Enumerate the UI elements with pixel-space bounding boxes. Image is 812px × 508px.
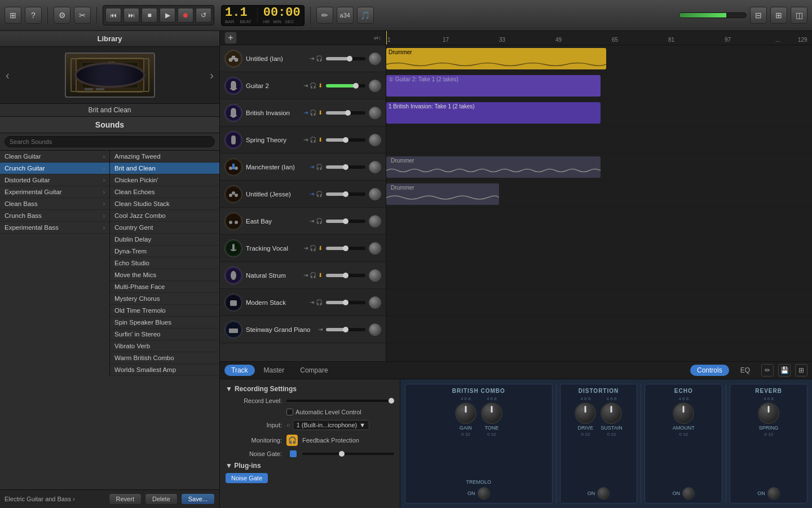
spring-knob[interactable] bbox=[758, 402, 779, 424]
noise-gate-check[interactable] bbox=[290, 450, 297, 457]
sounds-item-spin-speaker[interactable]: Spin Speaker Blues bbox=[110, 317, 219, 329]
clip-british-invasion[interactable]: 1 British Invasion: Take 1 (2 takes) bbox=[386, 102, 601, 124]
amount-knob[interactable] bbox=[673, 402, 694, 424]
pencil-btn[interactable]: ✏ bbox=[316, 7, 333, 24]
track-fader-10[interactable] bbox=[326, 328, 365, 331]
record-btn[interactable]: ⏺ bbox=[178, 8, 193, 23]
cycle-btn[interactable]: ↺ bbox=[196, 8, 211, 23]
sounds-item-experimental-guitar[interactable]: Experimental Guitar› bbox=[0, 186, 109, 198]
sounds-item-chicken-pickin[interactable]: Chicken Pickin' bbox=[110, 174, 219, 186]
track-vol-knob-5[interactable] bbox=[369, 188, 381, 200]
echo-toggle[interactable] bbox=[682, 487, 695, 500]
track-vol-knob-10[interactable] bbox=[369, 323, 381, 336]
noise-gate-slider[interactable] bbox=[302, 453, 394, 455]
track-fader-4[interactable] bbox=[326, 165, 365, 169]
mixer-btn[interactable]: ⊞ bbox=[770, 7, 787, 24]
sustain-knob[interactable] bbox=[601, 402, 622, 424]
revert-button[interactable]: Revert bbox=[109, 493, 142, 505]
sounds-item-clean-studio-stack[interactable]: Clean Studio Stack bbox=[110, 198, 219, 210]
clip-drummer[interactable]: Drummer bbox=[386, 48, 606, 69]
noise-gate-plugin[interactable]: Noise Gate bbox=[226, 473, 268, 483]
tuning-btn[interactable]: a34 bbox=[337, 7, 354, 24]
sounds-item-cool-jazz-combo[interactable]: Cool Jazz Combo bbox=[110, 210, 219, 222]
track-vol-knob-8[interactable] bbox=[369, 269, 381, 282]
sounds-item-old-time[interactable]: Old Time Tremolo bbox=[110, 305, 219, 317]
play-btn[interactable]: ▶ bbox=[160, 8, 175, 23]
track-fader-9[interactable] bbox=[326, 301, 365, 304]
track-vol-knob-4[interactable] bbox=[369, 161, 381, 173]
scissors-btn[interactable]: ✂ bbox=[74, 7, 91, 24]
track-vol-knob-6[interactable] bbox=[369, 215, 381, 227]
sounds-item-warm-british[interactable]: Warm British Combo bbox=[110, 352, 219, 364]
input-select[interactable]: 1 (Built-in...icrophone) ▼ bbox=[293, 420, 370, 430]
distortion-toggle[interactable] bbox=[597, 487, 610, 500]
gain-knob[interactable] bbox=[455, 402, 476, 424]
clip-drummer-4[interactable]: Drummer bbox=[386, 156, 601, 178]
sounds-item-surfin[interactable]: Surfin' in Stereo bbox=[110, 329, 219, 340]
sounds-item-move-mics[interactable]: Move the Mics bbox=[110, 269, 219, 281]
sounds-item-clean-echoes[interactable]: Clean Echoes bbox=[110, 186, 219, 198]
sounds-item-echo-studio[interactable]: Echo Studio bbox=[110, 257, 219, 269]
recording-settings-title[interactable]: ▼ Recording Settings bbox=[226, 385, 394, 393]
sounds-item-worlds-smallest[interactable]: Worlds Smallest Amp bbox=[110, 364, 219, 376]
volume-bar[interactable] bbox=[679, 12, 747, 18]
tab-compare[interactable]: Compare bbox=[293, 365, 334, 376]
clip-drummer-5[interactable]: Drummer bbox=[386, 183, 499, 205]
monitoring-icon[interactable]: 🎧 bbox=[286, 435, 298, 446]
loop-browser-btn[interactable]: ◫ bbox=[791, 7, 807, 24]
save-button[interactable]: Save... bbox=[181, 493, 215, 505]
sounds-item-experimental-bass[interactable]: Experimental Bass› bbox=[0, 222, 109, 234]
add-track-btn[interactable]: + bbox=[224, 32, 237, 44]
sounds-item-vibrato[interactable]: Vibrato Verb bbox=[110, 340, 219, 352]
track-vol-knob-9[interactable] bbox=[369, 296, 381, 309]
delete-button[interactable]: Delete bbox=[145, 493, 178, 505]
tab-track[interactable]: Track bbox=[224, 365, 255, 376]
reverb-toggle[interactable] bbox=[767, 487, 780, 500]
track-vol-knob-1[interactable] bbox=[369, 80, 381, 92]
sounds-item-country-gent[interactable]: Country Gent bbox=[110, 222, 219, 234]
help-btn[interactable]: ? bbox=[25, 7, 42, 24]
track-fader-7[interactable] bbox=[326, 247, 365, 250]
stop-btn[interactable]: ■ bbox=[142, 8, 157, 23]
library-category-label[interactable]: Electric Guitar and Bass › bbox=[5, 496, 75, 502]
sounds-item-crunch-bass[interactable]: Crunch Bass› bbox=[0, 210, 109, 222]
track-vol-knob-3[interactable] bbox=[369, 134, 381, 146]
sounds-item-multi-phase[interactable]: Multi-Phase Face bbox=[110, 281, 219, 293]
track-fader-1[interactable] bbox=[326, 84, 365, 87]
sounds-item-mystery-chorus[interactable]: Mystery Chorus bbox=[110, 293, 219, 305]
sounds-item-dyna-trem[interactable]: Dyna-Trem bbox=[110, 246, 219, 257]
record-level-slider[interactable] bbox=[286, 400, 394, 402]
prev-amp-btn[interactable]: ‹ bbox=[6, 69, 10, 82]
tab-controls[interactable]: Controls bbox=[690, 365, 729, 376]
tab-master[interactable]: Master bbox=[257, 365, 292, 376]
track-fader-5[interactable] bbox=[326, 192, 365, 196]
auto-level-checkbox[interactable]: Automatic Level Control bbox=[286, 409, 361, 415]
pencil-icon[interactable]: ✏ bbox=[761, 364, 774, 376]
settings-btn[interactable]: ⊞ bbox=[5, 7, 21, 24]
metronome-btn[interactable]: 🎵 bbox=[357, 7, 374, 24]
drive-knob[interactable] bbox=[575, 402, 596, 424]
tab-eq[interactable]: EQ bbox=[734, 365, 757, 376]
sounds-item-amazing-tweed[interactable]: Amazing Tweed bbox=[110, 151, 219, 163]
track-vol-knob-7[interactable] bbox=[369, 242, 381, 255]
smart-controls-btn[interactable]: ⚙ bbox=[54, 7, 70, 24]
track-fader-3[interactable] bbox=[326, 138, 365, 142]
compare-icon[interactable]: ⊞ bbox=[795, 364, 807, 376]
sounds-item-crunch-guitar[interactable]: Crunch Guitar› bbox=[0, 163, 109, 174]
sounds-item-dublin-delay[interactable]: Dublin Delay bbox=[110, 234, 219, 246]
sounds-item-clean-bass[interactable]: Clean Bass› bbox=[0, 198, 109, 210]
british-toggle[interactable] bbox=[478, 487, 490, 500]
track-fader-6[interactable] bbox=[326, 220, 365, 223]
rewind-btn[interactable]: ⏮ bbox=[105, 8, 121, 23]
track-fader-2[interactable] bbox=[326, 111, 365, 115]
track-vol-knob-0[interactable] bbox=[369, 52, 381, 65]
track-fader-0[interactable] bbox=[326, 57, 365, 60]
track-vol-knob-2[interactable] bbox=[369, 107, 381, 119]
search-input[interactable] bbox=[5, 136, 215, 147]
sounds-item-brit-and-clean[interactable]: Brit and Clean bbox=[110, 163, 219, 174]
plugins-title[interactable]: ▼ Plug-ins bbox=[226, 462, 394, 470]
track-fader-8[interactable] bbox=[326, 274, 365, 277]
next-amp-btn[interactable]: › bbox=[210, 69, 214, 82]
sounds-item-distorted-guitar[interactable]: Distorted Guitar› bbox=[0, 174, 109, 186]
tone-knob[interactable] bbox=[481, 402, 502, 424]
